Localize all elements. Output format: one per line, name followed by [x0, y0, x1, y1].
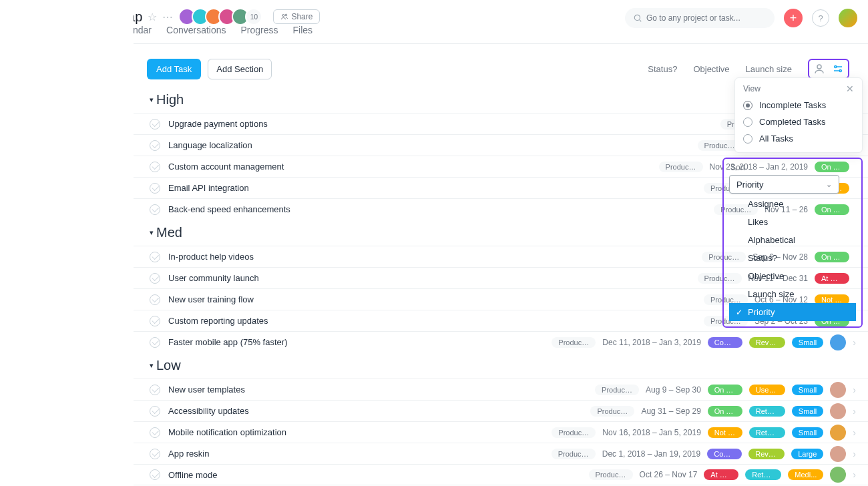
assignee-avatar[interactable]: [830, 334, 846, 350]
complete-checkbox[interactable]: [150, 449, 160, 459]
task-name[interactable]: In-product help videos: [168, 252, 702, 262]
sort-option[interactable]: Likes: [729, 213, 856, 231]
project-pill[interactable]: Product r...: [552, 337, 596, 348]
help-icon[interactable]: ?: [812, 9, 829, 27]
task-row[interactable]: App reskinProduct r...Dec 1, 2018 – Jan …: [134, 443, 868, 464]
objective-pill[interactable]: Reve...: [749, 337, 785, 348]
sort-option[interactable]: Alphabetical: [729, 231, 856, 249]
task-row[interactable]: New user templatesProduct r...Aug 9 – Se…: [134, 379, 868, 400]
size-pill[interactable]: Large: [791, 449, 823, 459]
sort-option[interactable]: Launch size: [729, 285, 856, 303]
assignee-avatar[interactable]: [830, 467, 846, 483]
objective-pill[interactable]: Reten...: [749, 427, 785, 438]
size-pill[interactable]: Medi...: [788, 469, 823, 480]
sort-dropdown[interactable]: Priority ⌄: [729, 175, 839, 194]
star-icon[interactable]: ☆: [148, 11, 157, 23]
complete-checkbox[interactable]: [150, 385, 160, 395]
task-name[interactable]: Custom account management: [168, 162, 659, 172]
close-icon[interactable]: ✕: [846, 83, 854, 94]
column-objective[interactable]: Objective: [693, 64, 729, 74]
task-dates[interactable]: Oct 26 – Nov 17: [640, 470, 698, 479]
quick-add-button[interactable]: +: [784, 9, 803, 27]
task-name[interactable]: Custom reporting updates: [168, 316, 704, 326]
complete-checkbox[interactable]: [150, 204, 160, 215]
task-row[interactable]: Faster mobile app (75% faster)Product r.…: [134, 331, 868, 352]
task-dates[interactable]: Nov 16, 2018 – Jan 5, 2019: [602, 428, 700, 437]
project-pill[interactable]: Product r...: [590, 406, 634, 417]
chevron-right-icon[interactable]: ›: [853, 449, 856, 459]
task-row[interactable]: Mobile notification optimizationProduct …: [134, 421, 868, 443]
add-section-button[interactable]: Add Section: [208, 59, 272, 79]
objective-pill[interactable]: Reve...: [748, 449, 785, 459]
tab-progress[interactable]: Progress: [241, 25, 278, 43]
task-name[interactable]: Language localization: [168, 140, 698, 150]
tab-files[interactable]: Files: [293, 25, 313, 43]
filter-settings-icon[interactable]: [832, 63, 844, 75]
task-row[interactable]: Offline modeProduct r...Oct 26 – Nov 17A…: [134, 464, 868, 485]
task-name[interactable]: Accessibility updates: [168, 406, 590, 416]
size-pill[interactable]: Small: [792, 337, 824, 348]
task-name[interactable]: Back-end speed enhancements: [168, 204, 714, 214]
complete-checkbox[interactable]: [150, 469, 160, 480]
chevron-right-icon[interactable]: ›: [853, 469, 856, 480]
complete-checkbox[interactable]: [150, 316, 160, 326]
status-pill[interactable]: On Tr...: [708, 385, 742, 395]
complete-checkbox[interactable]: [150, 140, 160, 151]
complete-checkbox[interactable]: [150, 273, 160, 284]
task-name[interactable]: Faster mobile app (75% faster): [168, 337, 552, 347]
member-count[interactable]: 10: [245, 8, 262, 25]
column-status[interactable]: Status?: [648, 64, 677, 74]
section-header[interactable]: ▾Low: [134, 352, 868, 379]
project-pill[interactable]: Product r...: [659, 162, 703, 172]
assignee-avatar[interactable]: [830, 382, 846, 398]
task-name[interactable]: User community launch: [168, 273, 698, 283]
task-name[interactable]: Offline mode: [168, 470, 589, 480]
project-pill[interactable]: Product r...: [595, 385, 639, 395]
complete-checkbox[interactable]: [150, 337, 160, 348]
task-name[interactable]: Email API integration: [168, 183, 704, 193]
objective-pill[interactable]: User ...: [749, 385, 785, 395]
view-option[interactable]: Incomplete Tasks: [735, 97, 862, 113]
sort-option[interactable]: Objective: [729, 267, 856, 285]
size-pill[interactable]: Small: [792, 406, 824, 417]
project-pill[interactable]: Product r...: [552, 427, 596, 438]
task-dates[interactable]: Aug 9 – Sep 30: [646, 385, 701, 395]
size-pill[interactable]: Small: [792, 427, 824, 438]
complete-checkbox[interactable]: [150, 406, 160, 417]
assignee-filter-icon[interactable]: [813, 63, 825, 75]
sort-option[interactable]: Status?: [729, 249, 856, 267]
status-pill[interactable]: At Risk: [704, 469, 738, 480]
task-dates[interactable]: Dec 11, 2018 – Jan 3, 2019: [602, 338, 700, 347]
current-user-avatar[interactable]: [839, 9, 857, 27]
view-option[interactable]: All Tasks: [735, 130, 862, 147]
global-search[interactable]: Go to any project or task...: [625, 8, 775, 28]
complete-checkbox[interactable]: [150, 183, 160, 194]
complete-checkbox[interactable]: [150, 427, 160, 438]
task-dates[interactable]: Dec 1, 2018 – Jan 19, 2019: [602, 449, 700, 459]
member-avatars[interactable]: 10: [182, 8, 262, 25]
task-name[interactable]: Upgrade payment options: [168, 119, 720, 129]
chevron-right-icon[interactable]: ›: [853, 406, 856, 417]
task-row[interactable]: Accessibility updatesProduct r...Aug 31 …: [134, 400, 868, 421]
objective-pill[interactable]: Reten...: [745, 469, 781, 480]
task-name[interactable]: New user templates: [168, 385, 595, 395]
status-pill[interactable]: Comp...: [707, 449, 742, 459]
complete-checkbox[interactable]: [150, 119, 160, 130]
sort-option[interactable]: Priority: [729, 303, 856, 321]
chevron-right-icon[interactable]: ›: [853, 385, 856, 395]
tab-conversations[interactable]: Conversations: [166, 25, 226, 43]
status-pill[interactable]: Not S...: [708, 427, 742, 438]
size-pill[interactable]: Small: [792, 385, 824, 395]
objective-pill[interactable]: Reten...: [749, 406, 785, 417]
assignee-avatar[interactable]: [830, 425, 846, 441]
task-name[interactable]: New user training flow: [168, 294, 704, 304]
project-pill[interactable]: Product r...: [589, 469, 633, 480]
chevron-right-icon[interactable]: ›: [853, 337, 856, 348]
add-task-button[interactable]: Add Task: [147, 59, 201, 79]
task-name[interactable]: App reskin: [168, 449, 552, 459]
view-option[interactable]: Completed Tasks: [735, 113, 862, 130]
task-name[interactable]: Mobile notification optimization: [168, 427, 552, 437]
complete-checkbox[interactable]: [150, 294, 160, 305]
assignee-avatar[interactable]: [830, 446, 846, 462]
status-pill[interactable]: Comp...: [708, 337, 742, 348]
